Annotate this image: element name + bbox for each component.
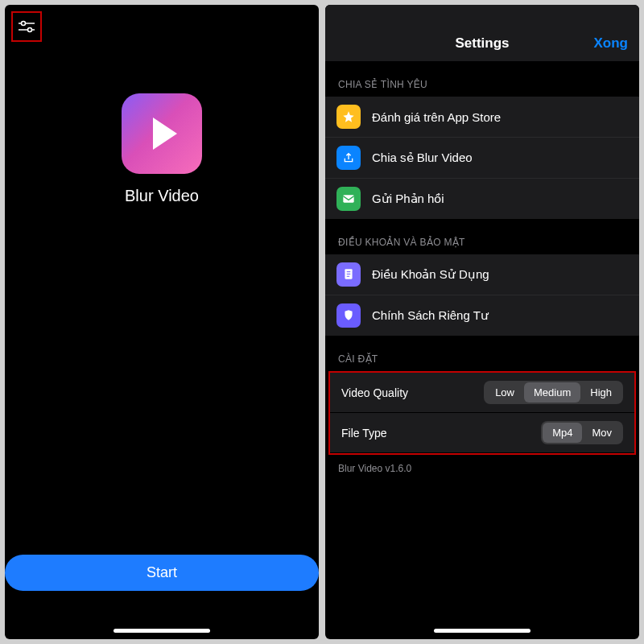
filetype-mp4[interactable]: Mp4 (543, 423, 582, 443)
video-quality-row: Video Quality Low Medium High (330, 373, 634, 413)
app-name: Blur Video (125, 187, 199, 205)
share-label: Chia sẻ Blur Video (372, 151, 473, 165)
file-type-row: File Type Mp4 Mov (330, 413, 634, 453)
home-indicator[interactable] (114, 629, 210, 633)
quality-low[interactable]: Low (485, 382, 524, 402)
feedback-label: Gửi Phản hồi (372, 192, 444, 206)
play-icon (153, 118, 177, 150)
section-header-terms: ĐIỀU KHOẢN VÀ BẢO MẬT (325, 219, 639, 254)
terms-group: Điều Khoản Sử Dụng Chính Sách Riêng Tư (325, 254, 639, 336)
shield-icon (336, 303, 361, 328)
version-text: Blur Video v1.6.0 (325, 455, 639, 482)
file-type-label: File Type (341, 427, 387, 440)
share-row[interactable]: Chia sẻ Blur Video (325, 138, 639, 179)
home-indicator[interactable] (434, 629, 530, 633)
rate-label: Đánh giá trên App Store (372, 110, 501, 124)
app-icon (122, 93, 202, 174)
terms-label: Điều Khoản Sử Dụng (372, 267, 489, 282)
privacy-label: Chính Sách Riêng Tư (372, 308, 489, 323)
quality-medium[interactable]: Medium (524, 382, 580, 402)
settings-highlight: Video Quality Low Medium High File Type … (328, 371, 636, 455)
svg-rect-4 (343, 195, 353, 202)
section-header-share: CHIA SẺ TÌNH YÊU (325, 61, 639, 97)
privacy-row[interactable]: Chính Sách Riêng Tư (325, 295, 639, 336)
rate-row[interactable]: Đánh giá trên App Store (325, 97, 639, 138)
nav-title: Settings (455, 35, 509, 52)
section-header-settings: CÀI ĐẶT (325, 336, 639, 371)
nav-bar: Settings Xong (325, 5, 639, 61)
svg-point-1 (22, 22, 26, 26)
svg-point-3 (28, 28, 32, 32)
share-icon (336, 146, 361, 170)
filetype-mov[interactable]: Mov (582, 423, 621, 443)
right-screen-settings: Settings Xong CHIA SẺ TÌNH YÊU Đánh giá … (325, 5, 639, 639)
app-intro: Blur Video (5, 5, 319, 555)
terms-row[interactable]: Điều Khoản Sử Dụng (325, 254, 639, 295)
quality-high[interactable]: High (580, 382, 621, 402)
star-icon (336, 105, 361, 129)
settings-toggle-button[interactable] (11, 11, 42, 42)
sliders-icon (18, 19, 35, 34)
video-quality-segmented[interactable]: Low Medium High (484, 381, 623, 404)
file-type-segmented[interactable]: Mp4 Mov (541, 421, 623, 444)
share-group: Đánh giá trên App Store Chia sẻ Blur Vid… (325, 97, 639, 219)
mail-icon (336, 187, 361, 211)
feedback-row[interactable]: Gửi Phản hồi (325, 179, 639, 219)
start-button[interactable]: Start (5, 555, 319, 591)
video-quality-label: Video Quality (341, 386, 408, 399)
left-screen: Blur Video Start (5, 5, 319, 639)
document-icon (336, 262, 361, 287)
done-button[interactable]: Xong (594, 35, 629, 52)
